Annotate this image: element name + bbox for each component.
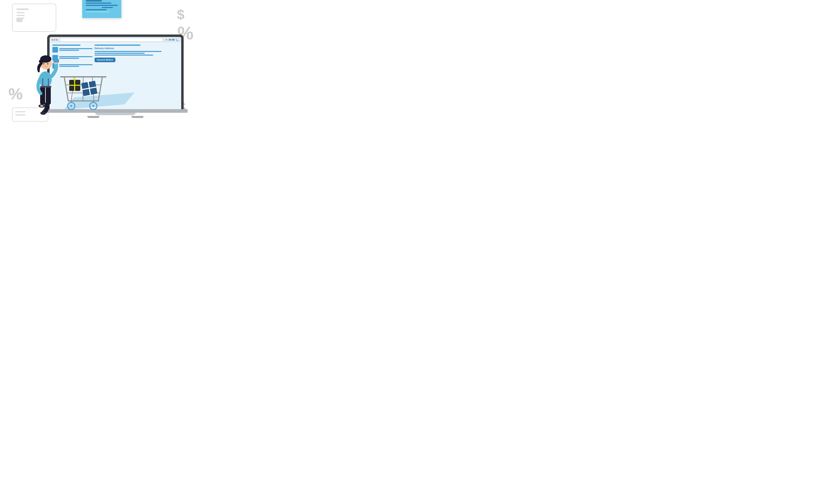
receipt-card: Total bbox=[82, 0, 121, 18]
product-line-1a bbox=[59, 48, 93, 49]
svg-point-0 bbox=[176, 41, 177, 41]
dot-2 bbox=[54, 39, 55, 41]
product-line-3a bbox=[59, 64, 93, 65]
svg-point-25 bbox=[92, 105, 94, 107]
receipt-line-light bbox=[86, 11, 110, 12]
svg-point-15 bbox=[47, 63, 48, 64]
browser-icon-2 bbox=[172, 39, 174, 41]
addr-line-1 bbox=[95, 51, 162, 52]
right-col: Delivery Address Payment Method bbox=[95, 45, 178, 71]
svg-point-1 bbox=[178, 41, 178, 41]
address-lines bbox=[95, 51, 178, 56]
browser-icons bbox=[169, 38, 179, 41]
browser-icon-1 bbox=[169, 39, 171, 41]
laptop-feet bbox=[37, 116, 193, 118]
card-chip bbox=[16, 18, 22, 22]
addr-line-2 bbox=[95, 53, 145, 54]
dot-1 bbox=[52, 39, 53, 41]
product-lines-1 bbox=[59, 48, 93, 51]
laptop-foot-right bbox=[131, 116, 143, 118]
product-line-1b bbox=[59, 50, 79, 51]
svg-rect-6 bbox=[40, 86, 45, 105]
browser-url-bar[interactable] bbox=[60, 38, 163, 41]
svg-rect-7 bbox=[46, 86, 51, 105]
top-bar bbox=[52, 45, 80, 46]
shopping-cart-illustration bbox=[60, 71, 106, 115]
svg-point-14 bbox=[43, 63, 44, 64]
browser-star-icon: ★ bbox=[165, 38, 168, 41]
browser-cart-icon bbox=[175, 38, 179, 41]
product-line-2a bbox=[59, 56, 93, 57]
addr-line-3 bbox=[95, 55, 153, 56]
svg-rect-9 bbox=[53, 59, 59, 63]
svg-point-12 bbox=[40, 112, 46, 115]
product-line-2b bbox=[59, 58, 79, 59]
product-lines-2 bbox=[59, 56, 93, 59]
laptop-foot-left bbox=[87, 116, 99, 118]
bg-card-topleft bbox=[12, 4, 56, 32]
svg-rect-13 bbox=[40, 86, 51, 87]
receipt-line-dark bbox=[86, 0, 102, 1]
percent-sign-left: % bbox=[8, 86, 23, 102]
scene: $ % % $ ★ bbox=[0, 0, 203, 126]
product-lines-3 bbox=[59, 64, 93, 67]
dollar-sign-topright: $ bbox=[177, 8, 184, 21]
dot-3 bbox=[56, 39, 57, 41]
receipt-line-2 bbox=[86, 5, 118, 6]
svg-point-11 bbox=[40, 105, 43, 107]
delivery-address-label: Delivery Address bbox=[95, 47, 178, 50]
receipt-line-3 bbox=[86, 9, 107, 10]
receipt-line-1 bbox=[86, 3, 111, 4]
browser-bar: ★ bbox=[50, 37, 181, 43]
screen-content: Delivery Address Payment Method bbox=[50, 43, 181, 73]
payment-method-button[interactable]: Payment Method bbox=[95, 58, 115, 62]
person-illustration bbox=[30, 47, 62, 116]
browser-dots bbox=[52, 39, 57, 41]
product-line-3b bbox=[59, 66, 79, 67]
svg-point-31 bbox=[74, 79, 75, 81]
svg-point-23 bbox=[70, 105, 72, 107]
right-top-bar bbox=[95, 45, 141, 46]
receipt-line-dash bbox=[102, 7, 113, 8]
